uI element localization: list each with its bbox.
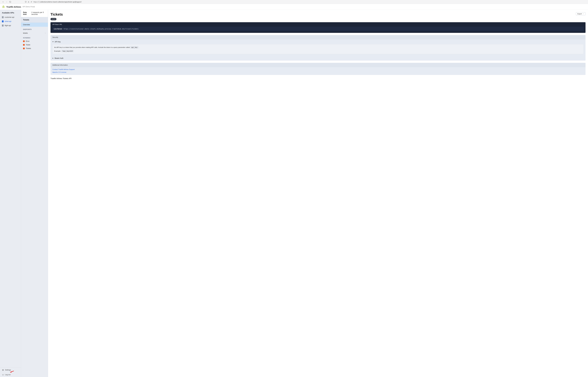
- settings-label: Settings: [5, 369, 11, 371]
- apikey-label: API Key: [55, 41, 61, 43]
- live-server-label: Live Server:: [54, 28, 62, 30]
- caret-down-icon: [52, 41, 54, 42]
- sidebar-item-flight-api[interactable]: flight-api: [0, 24, 21, 28]
- rate-limit-label: Rate limit: [23, 12, 29, 15]
- export-button[interactable]: Export: [576, 12, 586, 15]
- available-apis-heading: Available APIs: [0, 10, 21, 15]
- permissions-icon: [31, 1, 32, 3]
- shield-icon: [25, 1, 27, 3]
- support-link[interactable]: Contact Traefik Airlines Support: [52, 69, 584, 70]
- apikey-desc: An API key is a token that you provide w…: [54, 47, 130, 48]
- security-heading: Security: [50, 35, 586, 39]
- logout-button[interactable]: Log out: [0, 372, 21, 377]
- sidebar-item-label: flight-api: [5, 24, 11, 26]
- caret-right-icon: [52, 58, 54, 59]
- sidebar-item-ticket-api[interactable]: ticket-api: [0, 19, 21, 24]
- schema-badge-icon: [23, 47, 25, 49]
- schema-error[interactable]: Error: [21, 39, 48, 43]
- apikey-infocard: An API key is a token that you provide w…: [52, 44, 584, 54]
- license-link[interactable]: Apache 2.0 License: [52, 71, 584, 73]
- document-icon: [2, 24, 4, 26]
- power-icon: [2, 374, 4, 376]
- apikey-desc-post: .: [139, 47, 139, 48]
- security-bearer-toggle[interactable]: Bearer Auth: [50, 56, 586, 60]
- app-title: Traefik Airlines: [6, 6, 21, 8]
- panel-title: Tickets: [21, 17, 48, 23]
- live-server-row: Live Server: https://constitutional-whal…: [52, 27, 584, 31]
- document-icon: [2, 20, 4, 22]
- page-title: Tickets: [50, 12, 63, 17]
- app-header: Traefik Airlines API Demo Portal: [0, 4, 588, 10]
- url-text: https:// collections/demo-travel-collect…: [33, 1, 81, 3]
- lock-icon: [28, 1, 29, 3]
- traefik-logo-icon: [2, 5, 5, 8]
- schemas-heading: SCHEMAS: [21, 35, 48, 39]
- schema-label: Ticket: [26, 44, 30, 46]
- svg-marker-8: [53, 58, 53, 59]
- schema-label: Error: [26, 40, 30, 42]
- schema-badge-icon: [23, 40, 25, 42]
- schema-badge-icon: [23, 44, 25, 46]
- sidebar-item-label: ticket-api: [5, 20, 11, 22]
- live-server-url: https://constitutional-whale-s1tpfo.ok24…: [64, 28, 138, 30]
- schema-ticket[interactable]: Ticket: [21, 43, 48, 47]
- main-content: Tickets Export v1.0.0 API Base URL Live …: [48, 10, 588, 377]
- sidebar-item-label: customer-api: [5, 16, 14, 18]
- nav-overview[interactable]: Overview: [21, 23, 48, 27]
- settings-button[interactable]: Settings: [0, 368, 21, 372]
- chevron-right-icon: [45, 32, 46, 34]
- svg-rect-0: [28, 2, 29, 2]
- security-apikey-toggle[interactable]: API Key: [50, 39, 586, 44]
- apikey-example-label: Example:: [54, 50, 61, 52]
- chevron-down-icon: [583, 13, 584, 14]
- endpoints-heading: ENDPOINTS: [21, 27, 48, 31]
- gear-icon: [2, 369, 4, 371]
- app-subtitle: API Demo Portal: [23, 6, 35, 8]
- sidebar-item-customer-api[interactable]: customer-api: [0, 15, 21, 19]
- svg-point-1: [32, 1, 32, 2]
- endpoint-label: tickets: [23, 32, 28, 34]
- logout-label: Log out: [5, 374, 11, 376]
- svg-marker-7: [52, 42, 54, 42]
- rate-limit-value: 2 requests per 5 seconds: [31, 12, 46, 15]
- bearer-label: Bearer Auth: [55, 57, 63, 59]
- svg-point-2: [31, 2, 31, 2]
- security-section: Security API Key An API key is a token t…: [50, 35, 586, 60]
- sidebar-mid: Rate limit 2 requests per 5 seconds Tick…: [21, 10, 48, 377]
- svg-point-5: [3, 6, 4, 7]
- additional-info-heading: Additional Information: [50, 63, 586, 67]
- apikey-example-code: ?api_key=123: [61, 50, 74, 52]
- api-description: Traefik Airlines Tickets API: [50, 77, 586, 80]
- document-icon: [2, 16, 4, 18]
- url-bar[interactable]: https:// collections/demo-travel-collect…: [24, 1, 586, 3]
- export-label: Export: [577, 13, 582, 15]
- browser-toolbar: https:// collections/demo-travel-collect…: [0, 0, 588, 4]
- svg-point-6: [3, 370, 3, 370]
- reload-button[interactable]: [9, 1, 11, 3]
- version-badge: v1.0.0: [50, 18, 57, 20]
- api-base-url-box: API Base URL Live Server: https://consti…: [50, 22, 586, 33]
- rate-limit-bar: Rate limit 2 requests per 5 seconds: [21, 10, 48, 17]
- schema-tickets[interactable]: Tickets: [21, 47, 48, 50]
- sidebar-left: Available APIs customer-api ticket-api f…: [0, 10, 21, 377]
- endpoint-tickets[interactable]: tickets: [21, 31, 48, 35]
- schema-label: Tickets: [26, 47, 31, 49]
- apikey-param-code: api_key: [130, 46, 138, 48]
- forward-button[interactable]: [6, 1, 8, 3]
- back-button[interactable]: [2, 1, 4, 3]
- additional-info-section: Additional Information Contact Traefik A…: [50, 63, 586, 75]
- api-base-url-heading: API Base URL: [50, 22, 586, 27]
